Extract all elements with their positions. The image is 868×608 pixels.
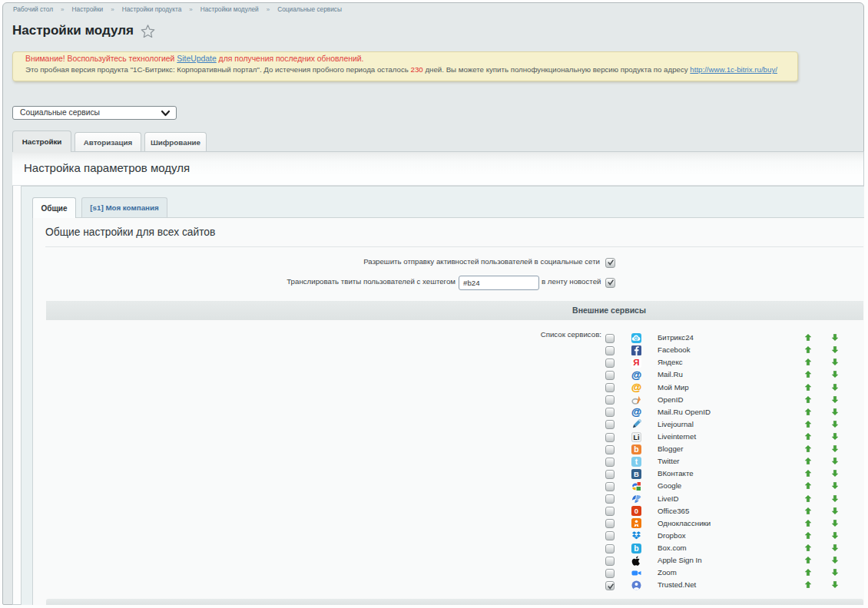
svg-text:b: b	[634, 544, 638, 553]
svg-text:b: b	[634, 444, 638, 454]
svg-text:Li: Li	[634, 433, 640, 441]
svg-text:Я: Я	[633, 358, 639, 367]
svg-text:t: t	[635, 457, 638, 466]
svg-text:0: 0	[634, 507, 638, 515]
svg-text:@: @	[631, 382, 641, 392]
svg-text:В: В	[634, 470, 639, 478]
svg-text:@: @	[631, 370, 641, 380]
svg-text:@: @	[631, 407, 641, 417]
